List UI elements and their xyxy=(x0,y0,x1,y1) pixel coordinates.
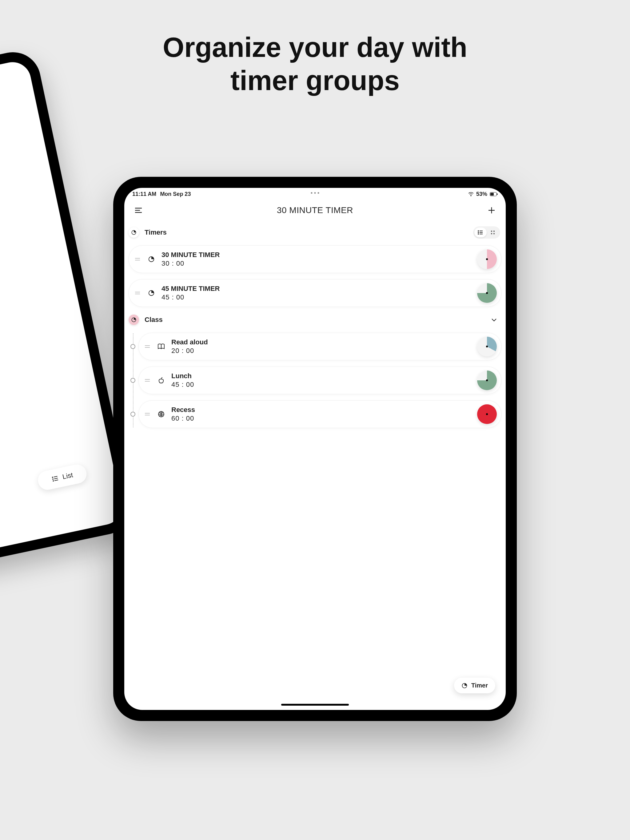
timer-card[interactable]: Recess 60 : 00 xyxy=(138,400,502,428)
view-grid-icon[interactable] xyxy=(487,227,499,237)
multitask-dots[interactable] xyxy=(311,192,319,194)
clock-icon xyxy=(147,288,156,298)
timer-duration: 60 : 00 xyxy=(171,414,477,422)
list-icon xyxy=(51,474,60,483)
status-date: Mon Sep 23 xyxy=(160,191,191,197)
menu-icon xyxy=(135,207,142,213)
svg-point-24 xyxy=(491,233,492,234)
section-header-class[interactable]: Class xyxy=(128,310,502,330)
home-indicator[interactable] xyxy=(281,704,349,706)
class-badge-icon xyxy=(128,314,139,325)
promo-line2: timer groups xyxy=(230,65,400,96)
timeline-node xyxy=(130,412,135,417)
svg-point-3 xyxy=(52,477,53,477)
timer-card[interactable]: Read aloud 20 : 00 xyxy=(138,333,502,360)
add-button[interactable] xyxy=(486,204,498,216)
section-label-timers: Timers xyxy=(144,229,167,237)
timers-badge-icon xyxy=(128,227,139,238)
wifi-icon xyxy=(468,192,474,196)
svg-rect-8 xyxy=(490,193,494,196)
timeline-node xyxy=(130,344,135,349)
svg-point-22 xyxy=(491,231,492,232)
app-screen: 11:11 AM Mon Sep 23 53% xyxy=(124,188,506,710)
svg-point-6 xyxy=(471,195,472,196)
collapse-class-button[interactable] xyxy=(488,314,500,326)
clock-icon xyxy=(461,682,468,689)
view-mode-toggle[interactable] xyxy=(473,226,500,238)
navbar: 30 MINUTE TIMER xyxy=(124,197,506,219)
timeline-node xyxy=(130,378,135,383)
drag-handle-icon[interactable] xyxy=(145,379,150,382)
list-mode-label: List xyxy=(62,471,74,481)
drag-handle-icon[interactable] xyxy=(135,291,140,295)
svg-point-19 xyxy=(478,231,479,231)
clock-icon xyxy=(131,317,136,322)
timer-name: Read aloud xyxy=(171,338,477,346)
timer-disc[interactable] xyxy=(477,283,497,303)
timer-disc[interactable] xyxy=(477,404,497,424)
section-header-timers: Timers xyxy=(128,223,502,242)
status-time: 11:11 AM xyxy=(132,191,156,197)
timer-disc[interactable] xyxy=(477,337,497,356)
list-mode-button[interactable]: List xyxy=(36,463,88,492)
drag-handle-icon[interactable] xyxy=(145,412,150,416)
svg-rect-9 xyxy=(497,193,498,195)
timer-disc[interactable] xyxy=(477,249,497,269)
timer-card[interactable]: 30 MINUTE TIMER 30 : 00 xyxy=(128,245,502,273)
clock-icon xyxy=(147,254,156,264)
open-timer-button[interactable]: Timer xyxy=(454,677,495,693)
timers-list: 30 MINUTE TIMER 30 : 00 45 MINUTE TIMER … xyxy=(128,242,502,310)
timer-name: Recess xyxy=(171,406,477,414)
content: Timers xyxy=(124,219,506,710)
timer-name: Lunch xyxy=(171,372,477,380)
book-icon xyxy=(157,342,166,351)
plus-icon xyxy=(488,206,495,214)
menu-button[interactable] xyxy=(132,204,144,216)
svg-point-20 xyxy=(478,232,479,233)
main-tablet-frame: 11:11 AM Mon Sep 23 53% xyxy=(113,177,517,721)
class-list: Read aloud 20 : 00 Lunch 45 : 00 xyxy=(130,330,502,431)
timer-duration: 30 : 00 xyxy=(161,259,477,267)
apple-icon xyxy=(157,376,166,385)
clock-icon xyxy=(131,230,136,235)
svg-point-21 xyxy=(478,234,479,234)
timer-name: 45 MINUTE TIMER xyxy=(161,285,477,293)
svg-line-1 xyxy=(54,478,58,479)
drag-handle-icon[interactable] xyxy=(135,257,140,261)
promo-headline: Organize your day with timer groups xyxy=(0,31,630,97)
svg-point-23 xyxy=(494,231,495,232)
svg-point-5 xyxy=(53,481,54,481)
svg-point-4 xyxy=(52,479,53,479)
drag-handle-icon[interactable] xyxy=(145,345,150,348)
timer-duration: 20 : 00 xyxy=(171,347,477,355)
promo-line1: Organize your day with xyxy=(163,32,467,63)
section-label-class: Class xyxy=(144,316,163,324)
timer-name: 30 MINUTE TIMER xyxy=(161,251,477,259)
open-timer-label: Timer xyxy=(471,682,488,689)
status-bar: 11:11 AM Mon Sep 23 53% xyxy=(124,188,506,197)
timer-disc[interactable] xyxy=(477,371,497,390)
svg-line-0 xyxy=(54,476,57,477)
timer-card[interactable]: Lunch 45 : 00 xyxy=(138,366,502,394)
status-battery: 53% xyxy=(476,191,487,197)
chevron-down-icon xyxy=(491,318,497,322)
timer-card[interactable]: 45 MINUTE TIMER 45 : 00 xyxy=(128,279,502,307)
timer-duration: 45 : 00 xyxy=(161,293,477,301)
view-list-icon[interactable] xyxy=(474,227,487,237)
battery-icon xyxy=(490,192,498,196)
svg-point-25 xyxy=(494,233,495,234)
timer-duration: 45 : 00 xyxy=(171,381,477,388)
svg-line-2 xyxy=(54,480,58,481)
ball-icon xyxy=(157,409,166,419)
page-title: 30 MINUTE TIMER xyxy=(144,205,486,215)
